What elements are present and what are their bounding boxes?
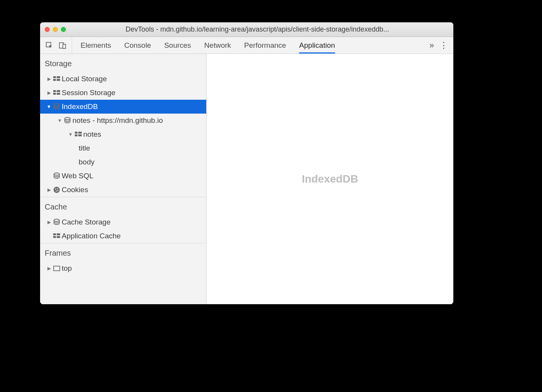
panel-tabs: Elements Console Sources Network Perform… <box>72 37 424 54</box>
tab-console[interactable]: Console <box>124 37 151 54</box>
svg-rect-8 <box>57 90 60 92</box>
device-toolbar-icon[interactable] <box>57 40 68 51</box>
tab-application[interactable]: Application <box>299 37 335 54</box>
svg-rect-14 <box>78 132 82 134</box>
table-icon <box>52 233 62 239</box>
tab-strip: Elements Console Sources Network Perform… <box>40 37 453 54</box>
chevron-right-icon: ▶ <box>46 187 52 193</box>
tab-elements[interactable]: Elements <box>81 37 111 54</box>
tree-item-frame-top[interactable]: ▶ top <box>40 261 206 275</box>
svg-rect-13 <box>75 132 77 134</box>
tree-item-cache-storage[interactable]: ▶ Cache Storage <box>40 215 206 229</box>
svg-point-11 <box>54 104 59 106</box>
tree-item-web-sql[interactable]: Web SQL <box>40 169 206 183</box>
chevron-down-icon: ▼ <box>46 104 52 109</box>
traffic-lights <box>45 27 66 32</box>
storage-tree: ▶ Local Storage ▶ Session Storage ▼ <box>40 72 206 197</box>
tree-item-indexeddb-database[interactable]: ▼ notes - https://mdn.github.io <box>40 114 206 127</box>
tree-item-label: notes <box>83 130 101 139</box>
table-icon <box>52 76 62 82</box>
tree-item-label: body <box>79 158 94 166</box>
tree-item-indexeddb[interactable]: ▼ IndexedDB <box>40 100 206 114</box>
cache-tree: ▶ Cache Storage Application Cache <box>40 215 206 243</box>
svg-point-23 <box>54 219 59 221</box>
svg-point-20 <box>57 188 58 189</box>
titlebar: DevTools - mdn.github.io/learning-area/j… <box>40 22 453 37</box>
chevron-right-icon: ▶ <box>46 266 52 271</box>
chevron-right-icon: ▶ <box>46 219 52 225</box>
spacer <box>46 233 52 239</box>
tree-item-label: notes - https://mdn.github.io <box>72 116 163 125</box>
tree-item-local-storage[interactable]: ▶ Local Storage <box>40 72 206 86</box>
svg-rect-28 <box>54 266 60 271</box>
tabstrip-left-tools <box>40 37 72 54</box>
tree-item-label: Local Storage <box>62 75 107 83</box>
more-tabs-icon[interactable]: » <box>429 40 434 50</box>
tab-network[interactable]: Network <box>204 37 231 54</box>
svg-rect-3 <box>53 76 56 78</box>
tree-item-label: Web SQL <box>62 172 93 180</box>
zoom-window-button[interactable] <box>61 27 66 32</box>
content-placeholder: IndexedDB <box>302 173 358 185</box>
tabstrip-right-tools: » ⋮ <box>424 37 453 54</box>
svg-rect-24 <box>53 233 56 235</box>
svg-point-22 <box>57 190 59 191</box>
table-icon <box>73 132 83 137</box>
database-icon <box>52 173 62 179</box>
tree-item-label: top <box>62 264 72 273</box>
svg-rect-27 <box>57 236 60 238</box>
section-frames-header: Frames <box>40 243 206 261</box>
application-sidebar: Storage ▶ Local Storage ▶ Session Storag… <box>40 54 207 304</box>
tab-sources[interactable]: Sources <box>164 37 191 54</box>
tree-item-index-title[interactable]: title <box>40 141 206 155</box>
tree-item-label: Cookies <box>62 186 88 194</box>
devtools-window: DevTools - mdn.github.io/learning-area/j… <box>40 22 453 304</box>
tree-item-index-body[interactable]: body <box>40 155 206 169</box>
database-icon <box>62 117 72 124</box>
kebab-menu-icon[interactable]: ⋮ <box>439 40 448 50</box>
table-icon <box>52 90 62 95</box>
frames-tree: ▶ top <box>40 261 206 275</box>
tree-item-session-storage[interactable]: ▶ Session Storage <box>40 86 206 100</box>
database-icon <box>52 103 62 110</box>
chevron-down-icon: ▼ <box>57 118 62 123</box>
cookie-icon <box>52 186 62 193</box>
minimize-window-button[interactable] <box>53 27 58 32</box>
tree-item-label: IndexedDB <box>62 102 98 111</box>
svg-point-21 <box>56 191 57 192</box>
chevron-right-icon: ▶ <box>46 76 52 82</box>
tab-performance[interactable]: Performance <box>244 37 286 54</box>
tree-item-label: Application Cache <box>62 232 121 240</box>
section-cache-header: Cache <box>40 197 206 215</box>
section-storage-header: Storage <box>40 54 206 72</box>
spacer <box>46 173 52 179</box>
svg-rect-25 <box>57 233 60 235</box>
svg-rect-4 <box>57 76 60 78</box>
svg-rect-7 <box>53 90 56 92</box>
tree-item-application-cache[interactable]: Application Cache <box>40 229 206 243</box>
frame-icon <box>52 266 62 271</box>
svg-rect-5 <box>53 79 56 81</box>
tree-item-label: title <box>79 144 90 152</box>
svg-point-12 <box>65 117 70 120</box>
svg-rect-26 <box>53 236 56 238</box>
svg-rect-2 <box>63 44 66 49</box>
tree-item-cookies[interactable]: ▶ Cookies <box>40 183 206 197</box>
svg-point-17 <box>54 173 59 175</box>
chevron-right-icon: ▶ <box>46 90 52 95</box>
database-icon <box>52 219 62 226</box>
svg-rect-16 <box>78 134 82 136</box>
svg-point-18 <box>54 187 60 193</box>
window-title: DevTools - mdn.github.io/learning-area/j… <box>66 25 449 34</box>
svg-rect-10 <box>57 93 60 95</box>
content-pane: IndexedDB <box>207 54 453 304</box>
chevron-down-icon: ▼ <box>68 132 73 137</box>
inspect-element-icon[interactable] <box>44 40 55 51</box>
tree-item-label: Cache Storage <box>62 218 111 226</box>
svg-point-19 <box>55 189 56 190</box>
svg-rect-6 <box>57 79 60 81</box>
tree-item-object-store[interactable]: ▼ notes <box>40 127 206 141</box>
close-window-button[interactable] <box>45 27 50 32</box>
main-area: Storage ▶ Local Storage ▶ Session Storag… <box>40 54 453 304</box>
tree-item-label: Session Storage <box>62 89 115 97</box>
